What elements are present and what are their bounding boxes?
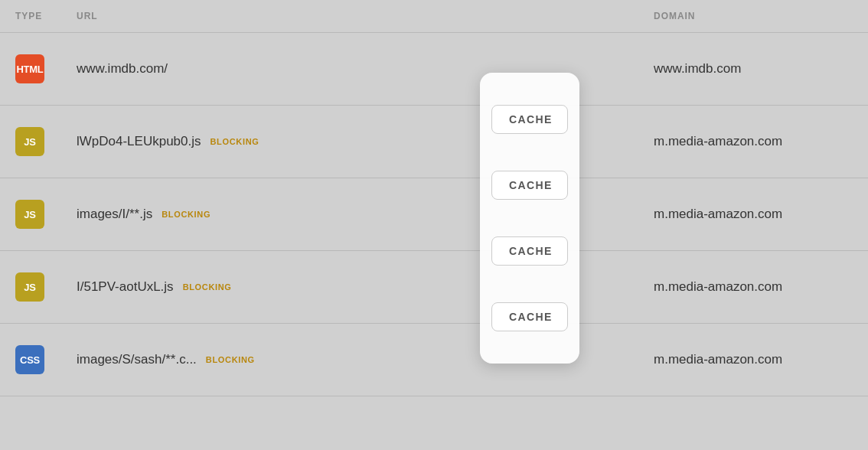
cache-button-1[interactable]: CACHE <box>491 105 568 134</box>
header-url: URL <box>77 11 654 21</box>
url-text: lWpDo4-LEUkpub0.js <box>77 134 201 149</box>
cache-button-4[interactable]: CACHE <box>491 302 568 331</box>
table-row: CSS images/S/sash/**.c... BLOCKING m.med… <box>0 324 868 396</box>
cache-button-3[interactable]: CACHE <box>491 236 568 266</box>
header-domain: DOMAIN <box>654 11 853 21</box>
blocking-badge: BLOCKING <box>210 137 259 146</box>
domain-cell: m.media-amazon.com <box>654 207 853 222</box>
js-badge: JS <box>15 200 44 229</box>
type-icon-cell: CSS <box>15 345 77 374</box>
url-text: images/S/sash/**.c... <box>77 352 197 367</box>
html-badge: HTML <box>15 54 44 83</box>
table-row: JS images/I/**.js BLOCKING m.media-amazo… <box>0 178 868 251</box>
js-badge: JS <box>15 127 44 156</box>
js-badge: JS <box>15 272 44 302</box>
url-text: I/51PV-aotUxL.js <box>77 279 174 295</box>
blocking-badge: BLOCKING <box>162 210 210 219</box>
type-icon-cell: HTML <box>15 54 77 83</box>
header-type: TYPE <box>15 11 77 21</box>
domain-cell: m.media-amazon.com <box>654 134 853 149</box>
blocking-badge: BLOCKING <box>206 355 255 364</box>
cache-panel: CACHE CACHE CACHE CACHE <box>480 73 579 364</box>
table-header: TYPE URL DOMAIN <box>0 0 868 33</box>
type-icon-cell: JS <box>15 200 77 229</box>
cache-button-2[interactable]: CACHE <box>491 171 568 200</box>
url-text: images/I/**.js <box>77 207 152 222</box>
table-row: HTML www.imdb.com/ www.imdb.com <box>0 33 868 106</box>
table-row: JS I/51PV-aotUxL.js BLOCKING m.media-ama… <box>0 251 868 324</box>
table-row: JS lWpDo4-LEUkpub0.js BLOCKING m.media-a… <box>0 106 868 178</box>
blocking-badge: BLOCKING <box>183 282 232 292</box>
domain-cell: m.media-amazon.com <box>654 352 853 367</box>
css-badge: CSS <box>15 345 44 374</box>
network-table: TYPE URL DOMAIN HTML www.imdb.com/ www.i… <box>0 0 868 450</box>
type-icon-cell: JS <box>15 272 77 302</box>
url-text: www.imdb.com/ <box>77 61 168 77</box>
domain-cell: www.imdb.com <box>654 61 853 77</box>
type-icon-cell: JS <box>15 127 77 156</box>
domain-cell: m.media-amazon.com <box>654 279 853 295</box>
